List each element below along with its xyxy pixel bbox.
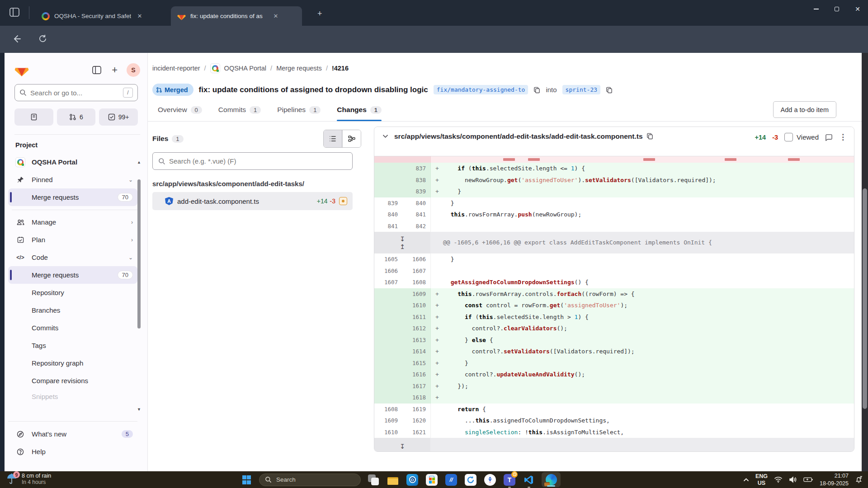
old-line-number[interactable]: 1608 xyxy=(374,404,402,415)
old-line-number[interactable]: 840 xyxy=(374,209,402,221)
sidebar-item-pinned[interactable]: Pinned ⌄ xyxy=(8,171,137,188)
new-line-number[interactable]: 1614 xyxy=(402,346,430,357)
old-line-number[interactable]: 1605 xyxy=(374,253,402,265)
new-line-number[interactable]: 840 xyxy=(402,197,430,209)
expand-lines-buttons[interactable]: ↧↥ xyxy=(374,232,430,253)
user-avatar[interactable]: S xyxy=(127,63,140,77)
copy-path-icon[interactable] xyxy=(646,132,653,140)
sidebar-scrollbar[interactable]: ▲ ▼ xyxy=(137,160,141,412)
tab-actions-icon[interactable] xyxy=(9,7,21,18)
old-line-number[interactable] xyxy=(374,369,402,380)
old-line-number[interactable] xyxy=(374,357,402,369)
edge-icon[interactable] xyxy=(542,472,561,487)
new-line-number[interactable]: 841 xyxy=(402,209,430,221)
outlook-icon[interactable]: O xyxy=(406,473,419,487)
old-line-number[interactable]: 1606 xyxy=(374,265,402,277)
list-view-button[interactable] xyxy=(324,130,342,147)
new-line-number[interactable]: 1611 xyxy=(402,311,430,323)
battery-icon[interactable] xyxy=(803,477,813,483)
page-scrollbar[interactable] xyxy=(862,53,868,471)
sidebar-search-input[interactable] xyxy=(30,89,123,97)
sidebar-item-merge-requests-pinned[interactable]: Merge requests 70 xyxy=(8,188,137,206)
sidebar-item-commits[interactable]: Commits xyxy=(8,319,137,337)
window-close-button[interactable]: ✕ xyxy=(847,0,868,18)
clock[interactable]: 21:07 18-09-2025 xyxy=(820,472,849,487)
tab-close-icon[interactable]: ✕ xyxy=(272,13,280,19)
new-line-number[interactable]: 1619 xyxy=(402,404,430,415)
tray-chevron-icon[interactable] xyxy=(743,478,749,482)
sidebar-item-snippets[interactable]: Snippets xyxy=(8,389,137,403)
new-line-number[interactable]: 837 xyxy=(402,163,430,174)
new-line-number[interactable]: 1620 xyxy=(402,415,430,427)
add-todo-button[interactable]: Add a to-do item xyxy=(773,101,836,118)
old-line-number[interactable]: 839 xyxy=(374,197,402,209)
old-line-number[interactable] xyxy=(374,346,402,357)
old-line-number[interactable] xyxy=(374,380,402,392)
new-line-number[interactable]: 1609 xyxy=(402,288,430,300)
old-line-number[interactable] xyxy=(374,300,402,311)
issues-shortcut-button[interactable] xyxy=(14,108,53,126)
maximize-button[interactable] xyxy=(826,0,847,18)
target-branch-pill[interactable]: sprint-23 xyxy=(562,85,600,94)
slashes-app-icon[interactable]: // xyxy=(444,473,458,487)
old-line-number[interactable] xyxy=(374,163,402,174)
new-line-number[interactable]: 842 xyxy=(402,221,430,232)
sidebar-item-project[interactable]: OQSHA Portal xyxy=(8,153,137,171)
browser-tab-oqsha[interactable]: OQSHA - Security and Safet ✕ xyxy=(35,6,164,26)
tab-commits[interactable]: Commits1 xyxy=(218,100,261,120)
tab-pipelines[interactable]: Pipelines1 xyxy=(277,100,321,120)
language-indicator[interactable]: ENGUS xyxy=(755,473,768,487)
file-explorer-icon[interactable] xyxy=(386,473,400,487)
old-line-number[interactable]: 1607 xyxy=(374,277,402,288)
old-line-number[interactable] xyxy=(374,334,402,346)
source-branch-pill[interactable]: fix/mandatory-assigned-to xyxy=(434,85,528,94)
old-line-number[interactable]: 841 xyxy=(374,221,402,232)
wifi-icon[interactable] xyxy=(774,476,783,483)
new-line-number[interactable]: 1612 xyxy=(402,323,430,334)
new-line-number[interactable]: 1616 xyxy=(402,369,430,380)
viewed-checkbox[interactable] xyxy=(784,133,793,141)
sidebar-item-branches[interactable]: Branches xyxy=(8,301,137,319)
old-line-number[interactable]: 1609 xyxy=(374,415,402,427)
tree-view-button[interactable] xyxy=(342,130,361,147)
back-icon[interactable] xyxy=(12,34,22,44)
new-line-number[interactable]: 1621 xyxy=(402,427,430,438)
sidebar-item-whats-new[interactable]: What's new 5 xyxy=(8,425,137,443)
breadcrumb-mr-id[interactable]: !4216 xyxy=(332,65,349,72)
file-search-input[interactable] xyxy=(169,157,347,165)
merge-requests-shortcut-button[interactable]: 6 xyxy=(57,108,96,126)
old-line-number[interactable] xyxy=(374,392,402,404)
tab-changes[interactable]: Changes1 xyxy=(337,100,382,120)
new-line-number[interactable]: 1615 xyxy=(402,357,430,369)
old-line-number[interactable] xyxy=(374,288,402,300)
breadcrumb-project[interactable]: OQSHA Portal xyxy=(224,65,266,72)
tab-close-icon[interactable]: ✕ xyxy=(136,13,144,19)
minimize-button[interactable] xyxy=(806,0,826,18)
old-line-number[interactable] xyxy=(374,174,402,186)
rocket-app-icon[interactable] xyxy=(483,473,497,487)
new-line-number[interactable]: 1606 xyxy=(402,253,430,265)
task-view-icon[interactable] xyxy=(367,473,380,487)
expand-lines-buttons[interactable]: ↧ xyxy=(374,438,430,452)
start-button[interactable] xyxy=(240,473,253,487)
new-line-number[interactable]: 1610 xyxy=(402,300,430,311)
collapse-chevron-icon[interactable] xyxy=(382,134,388,138)
notification-bell-icon[interactable] xyxy=(855,476,863,483)
weather-widget[interactable]: 9 8 cm of rain In 4 hours xyxy=(6,473,51,485)
old-line-number[interactable] xyxy=(374,311,402,323)
taskbar-search[interactable]: Search xyxy=(259,474,361,486)
comment-icon[interactable] xyxy=(825,134,833,141)
sync-app-icon[interactable] xyxy=(464,473,477,487)
new-line-number[interactable]: 1607 xyxy=(402,265,430,277)
sidebar-item-merge-requests[interactable]: Merge requests 70 xyxy=(8,266,137,284)
breadcrumb-group[interactable]: incident-reporter xyxy=(152,65,200,72)
copy-branch-icon[interactable] xyxy=(606,86,613,94)
gitlab-logo[interactable] xyxy=(14,63,29,77)
new-tab-button[interactable]: + xyxy=(317,9,322,19)
microsoft-store-icon[interactable] xyxy=(425,473,439,487)
old-line-number[interactable]: 1610 xyxy=(374,427,402,438)
sidebar-search[interactable]: / xyxy=(14,84,138,101)
options-kebab-icon[interactable]: ⋮ xyxy=(839,132,847,142)
old-line-number[interactable] xyxy=(374,186,402,197)
sidebar-collapse-icon[interactable] xyxy=(92,66,102,75)
